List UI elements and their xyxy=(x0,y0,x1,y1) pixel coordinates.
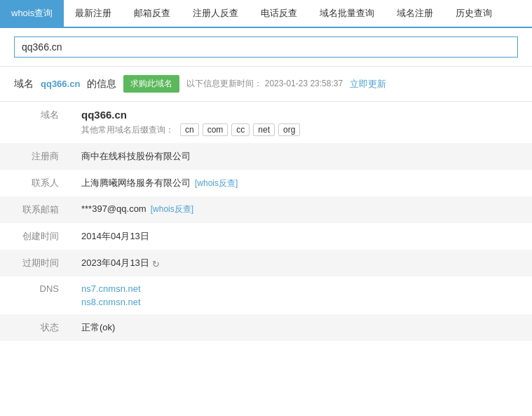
whois-reverse-link[interactable]: [whois反查] xyxy=(195,178,238,188)
domain-header-name: qq366.cn xyxy=(41,79,80,89)
field-value-4: 2014年04月13日 xyxy=(70,223,532,250)
nav-tab-email-query[interactable]: 邮箱反查 xyxy=(123,0,182,27)
dns-value-1: ns8.cnmsn.net xyxy=(81,297,521,307)
suffix-link-com[interactable]: com xyxy=(203,123,229,136)
nav-tab-registrant-query[interactable]: 注册人反查 xyxy=(182,0,250,27)
field-value-5: 2023年04月13日↻ xyxy=(70,250,532,276)
table-row: 过期时间2023年04月13日↻ xyxy=(0,250,532,276)
nav-tab-whois[interactable]: whois查询 xyxy=(0,0,64,27)
field-label-0: 域名 xyxy=(0,102,70,143)
field-value-7: 正常(ok) xyxy=(70,314,532,341)
table-row: 联系邮箱***397@qq.com[whois反查] xyxy=(0,196,532,223)
field-label-4: 创建时间 xyxy=(0,223,70,250)
suffix-link-org[interactable]: org xyxy=(278,123,300,136)
table-row: DNSns7.cnmsn.netns8.cnmsn.net xyxy=(0,276,532,314)
dns-value-0: ns7.cnmsn.net xyxy=(81,283,521,294)
field-value-1: 商中在线科技股份有限公司 xyxy=(70,143,532,170)
suffix-link-cc[interactable]: cc xyxy=(231,123,250,136)
field-value-6: ns7.cnmsn.netns8.cnmsn.net xyxy=(70,276,532,314)
suffix-link-cn[interactable]: cn xyxy=(180,123,199,136)
table-row: 联系人上海腾曦网络服务有限公司[whois反查] xyxy=(0,170,532,196)
field-value-0: qq366.cn其他常用域名后缀查询：cncomccnetorg xyxy=(70,102,532,143)
field-label-5: 过期时间 xyxy=(0,250,70,276)
field-label-6: DNS xyxy=(0,276,70,314)
top-navigation: whois查询最新注册邮箱反查注册人反查电话反查域名批量查询域名注册历史查询 xyxy=(0,0,532,28)
field-label-2: 联系人 xyxy=(0,170,70,196)
nav-tab-domain-reg[interactable]: 域名注册 xyxy=(386,0,444,27)
dns-link-1[interactable]: ns8.cnmsn.net xyxy=(81,297,141,307)
nav-tab-batch-query[interactable]: 域名批量查询 xyxy=(308,0,386,27)
immediate-update-link[interactable]: 立即更新 xyxy=(350,78,386,90)
suffix-query-text: 其他常用域名后缀查询： xyxy=(81,124,174,136)
field-label-1: 注册商 xyxy=(0,143,70,170)
table-row: 状态正常(ok) xyxy=(0,314,532,341)
whois-value-text: ***397@qq.com xyxy=(81,203,146,214)
search-bar xyxy=(0,28,532,67)
nav-tab-phone-query[interactable]: 电话反查 xyxy=(250,0,308,27)
table-row: 注册商商中在线科技股份有限公司 xyxy=(0,143,532,170)
buy-domain-button[interactable]: 求购此域名 xyxy=(123,75,179,93)
suffix-link-net[interactable]: net xyxy=(253,123,275,136)
field-value-2: 上海腾曦网络服务有限公司[whois反查] xyxy=(70,170,532,196)
field-label-3: 联系邮箱 xyxy=(0,196,70,223)
field-value-3: ***397@qq.com[whois反查] xyxy=(70,196,532,223)
whois-reverse-link[interactable]: [whois反查] xyxy=(151,204,193,214)
table-row: 域名qq366.cn其他常用域名后缀查询：cncomccnetorg xyxy=(0,102,532,143)
update-info-text: 以下信息更新时间： 2023-01-23 23:58:37 xyxy=(186,78,343,90)
refresh-icon[interactable]: ↻ xyxy=(152,259,162,269)
expire-value: 2023年04月13日 xyxy=(81,257,149,268)
table-row: 创建时间2014年04月13日 xyxy=(0,223,532,250)
domain-header-prefix: 域名 xyxy=(14,78,34,90)
domain-main-value: qq366.cn xyxy=(81,109,127,121)
dns-link-0[interactable]: ns7.cnmsn.net xyxy=(81,283,141,294)
domain-header-suffix: 的信息 xyxy=(87,78,116,90)
whois-value-text: 上海腾曦网络服务有限公司 xyxy=(81,177,191,188)
field-label-7: 状态 xyxy=(0,314,70,341)
search-input[interactable] xyxy=(14,36,518,58)
nav-tab-new-reg[interactable]: 最新注册 xyxy=(64,0,123,27)
nav-tab-history-query[interactable]: 历史查询 xyxy=(444,0,503,27)
info-table: 域名qq366.cn其他常用域名后缀查询：cncomccnetorg注册商商中在… xyxy=(0,102,532,341)
domain-header: 域名 qq366.cn 的信息 求购此域名 以下信息更新时间： 2023-01-… xyxy=(0,67,532,102)
